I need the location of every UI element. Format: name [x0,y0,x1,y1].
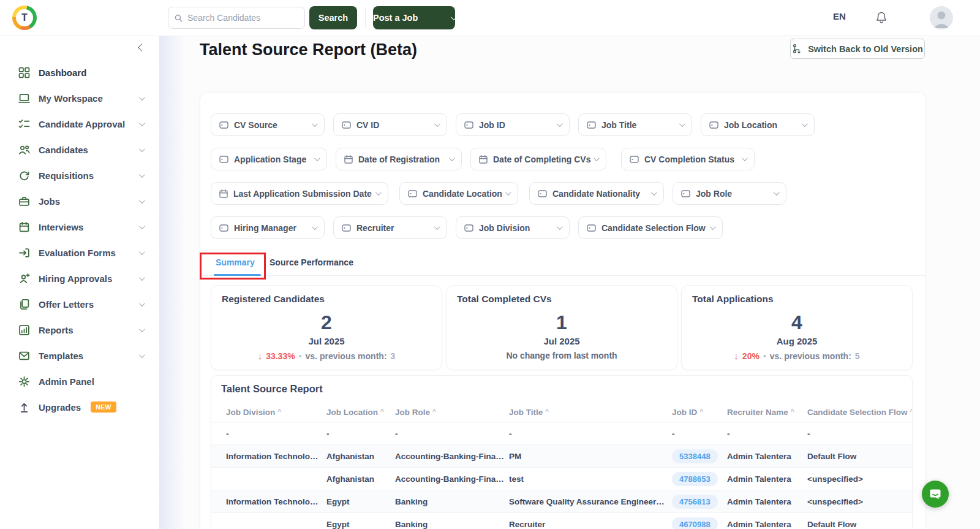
filter-candidate-location[interactable]: Candidate Location [399,182,518,205]
templates-envelope-icon [18,350,30,362]
chevron-down-icon [742,155,748,161]
user-avatar[interactable] [930,6,953,29]
stat-period: Jul 2025 [447,336,677,346]
sidebar-item-hiring-approvals[interactable]: Hiring Approvals [0,265,159,291]
chevron-down-icon [505,189,511,196]
app-logo-letter: T [16,9,33,26]
table-row: - - - - - - - [211,422,912,445]
filter-job-location[interactable]: Job Location [701,113,815,136]
filter-candidate-selection-flow[interactable]: Candidate Selection Flow [578,216,723,239]
app-logo[interactable]: T [12,6,37,30]
tag-icon [587,121,596,129]
switch-version-icon [792,44,802,54]
filter-date-of-registration[interactable]: Date of Registration [336,148,462,170]
job-id-pill[interactable]: 4756813 [672,495,718,509]
stat-card-total-applications: Total Applications 4 Aug 2025 ↓ 20% • vs… [681,285,913,370]
chevron-down-icon [314,155,320,161]
chevron-down-icon [139,94,145,101]
sidebar-item-evaluation-forms[interactable]: Evaluation Forms [0,240,159,265]
column-header-job-division[interactable]: Job Division^ [221,408,322,417]
topbar-divider [365,7,366,28]
column-header-job-title[interactable]: Job Title^ [504,408,667,417]
column-header-job-id[interactable]: Job ID^ [667,408,722,417]
search-icon [175,13,183,23]
sort-caret-icon: ^ [791,408,794,415]
sidebar-item-candidate-approval[interactable]: Candidate Approval [0,111,159,137]
sidebar-collapse-icon[interactable] [138,44,146,51]
stat-period: Jul 2025 [211,336,442,346]
job-id-pill[interactable]: 5338448 [672,449,718,463]
tag-icon [219,156,228,163]
table-row: Egypt Banking Recruiter 4670988 Admin Ta… [211,513,912,529]
sidebar-item-offer-letters[interactable]: Offer Letters [0,291,159,317]
calendar-icon [344,155,353,164]
filter-job-division[interactable]: Job Division [456,216,570,239]
sidebar-item-upgrades[interactable]: Upgrades NEW [0,394,159,420]
post-a-job-button[interactable]: Post a Job [373,6,455,29]
filter-recruiter[interactable]: Recruiter [333,216,447,239]
tag-icon [464,224,473,232]
chevron-down-icon [139,300,145,306]
filter-hiring-manager[interactable]: Hiring Manager [211,216,325,239]
tab-source-performance[interactable]: Source Performance [270,257,353,267]
stat-value: 1 [447,311,677,334]
sidebar-item-requisitions[interactable]: Requisitions [0,162,159,188]
stat-period: Aug 2025 [682,336,912,346]
tag-icon [709,121,718,129]
table-row: Afghanistan Accounting-Banking-Finance t… [211,468,912,490]
chevron-down-icon [139,275,145,281]
chevron-down-icon [557,224,563,230]
chevron-down-icon [139,146,145,152]
sidebar-item-templates[interactable]: Templates [0,343,159,368]
stat-card-registered-candidates: Registered Candidates 2 Jul 2025 ↓ 33.33… [211,285,442,370]
sidebar-item-candidates[interactable]: Candidates [0,137,159,162]
filter-cv-id[interactable]: CV ID [333,113,447,136]
chevron-down-icon [449,155,455,161]
chevron-down-icon [710,224,716,230]
column-header-job-role[interactable]: Job Role^ [390,408,504,417]
candidate-approval-icon [18,118,30,130]
search-input[interactable] [187,13,298,23]
column-header-recruiter-name[interactable]: Recruiter Name^ [722,408,802,417]
offer-letters-copy-icon [18,299,30,310]
sort-caret-icon: ^ [910,408,913,415]
job-id-pill[interactable]: 4788653 [672,472,718,486]
tag-icon [681,190,690,197]
stat-title: Total Applications [692,294,774,305]
column-header-candidate-selection-flow[interactable]: Candidate Selection Flow^ [802,408,899,417]
stat-title: Registered Candidates [222,294,325,305]
filter-job-title[interactable]: Job Title [578,113,692,136]
tabbar-divider [200,275,926,276]
filter-cv-completion-status[interactable]: CV Completion Status [621,148,755,170]
filter-last-application-submission-date[interactable]: Last Application Submission Date [211,182,388,205]
filter-cv-source[interactable]: CV Source [211,113,325,136]
job-id-pill[interactable]: 4670988 [672,517,718,529]
chevron-down-icon [434,224,440,230]
chevron-down-icon [375,189,382,196]
filter-date-of-completing-cvs[interactable]: Date of Completing CVs [470,148,606,170]
chat-widget-button[interactable] [922,481,949,508]
calendar-icon [479,155,488,164]
tag-icon [219,224,228,232]
search-button[interactable]: Search [309,6,357,29]
candidate-search-box [168,7,305,29]
filter-job-role[interactable]: Job Role [673,182,786,205]
requisitions-icon [18,170,30,181]
sidebar-item-admin-panel[interactable]: Admin Panel [0,368,159,394]
notifications-bell-icon[interactable] [875,10,888,25]
stat-delta: ↓ 33.33% • vs. previous month: 3 [211,351,442,361]
tab-summary[interactable]: Summary [216,257,255,267]
column-header-job-location[interactable]: Job Location^ [322,408,390,417]
sidebar-item-reports[interactable]: Reports [0,317,159,343]
language-switcher[interactable]: EN [833,11,846,21]
filter-candidate-nationality[interactable]: Candidate Nationality [529,182,664,205]
sidebar-item-my-workspace[interactable]: My Workspace [0,85,159,111]
switch-back-old-version-button[interactable]: Switch Back to Old Version [790,39,925,59]
table-body: - - - - - - - Information Technology IT … [211,422,912,529]
sidebar-item-dashboard[interactable]: Dashboard [0,59,159,85]
person-icon [930,6,953,29]
filter-application-stage[interactable]: Application Stage [211,148,327,170]
sidebar-item-jobs[interactable]: Jobs [0,188,159,214]
filter-job-id[interactable]: Job ID [456,113,570,136]
sidebar-item-interviews[interactable]: Interviews [0,214,159,240]
